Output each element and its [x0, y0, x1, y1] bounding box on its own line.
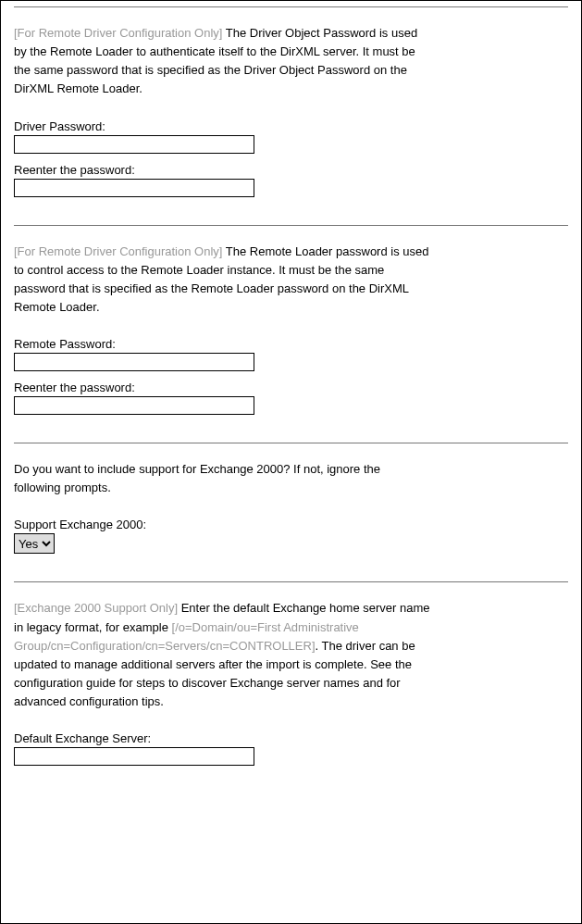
- section-exchange-server: [Exchange 2000 Support Only] Enter the d…: [14, 582, 568, 766]
- exchange-support-label: Support Exchange 2000:: [14, 518, 568, 531]
- exchange-server-description: [Exchange 2000 Support Only] Enter the d…: [14, 599, 430, 711]
- page-container: [For Remote Driver Configuration Only] T…: [0, 0, 582, 924]
- remote-password-reenter-label: Reenter the password:: [14, 381, 568, 394]
- exchange-support-note: [Exchange 2000 Support Only]: [14, 601, 178, 615]
- driver-password-description: [For Remote Driver Configuration Only] T…: [14, 24, 430, 99]
- remote-config-note: [For Remote Driver Configuration Only]: [14, 244, 222, 258]
- section-remote-password: [For Remote Driver Configuration Only] T…: [14, 226, 568, 443]
- driver-password-label: Driver Password:: [14, 119, 568, 133]
- remote-password-reenter-input[interactable]: [14, 396, 254, 415]
- exchange-support-select[interactable]: Yes No: [14, 533, 55, 554]
- remote-password-reenter-group: Reenter the password:: [14, 381, 568, 415]
- driver-password-reenter-group: Reenter the password:: [14, 163, 568, 197]
- section-driver-password: [For Remote Driver Configuration Only] T…: [14, 7, 568, 225]
- section-exchange-support: Do you want to include support for Excha…: [14, 443, 568, 581]
- exchange-server-label: Default Exchange Server:: [14, 731, 568, 745]
- exchange-support-description: Do you want to include support for Excha…: [14, 460, 430, 497]
- exchange-server-input[interactable]: [14, 747, 254, 766]
- remote-password-field-group: Remote Password:: [14, 337, 568, 371]
- driver-password-reenter-input[interactable]: [14, 179, 254, 197]
- driver-password-reenter-label: Reenter the password:: [14, 163, 568, 177]
- exchange-server-field-group: Default Exchange Server:: [14, 731, 568, 766]
- remote-password-description: [For Remote Driver Configuration Only] T…: [14, 243, 430, 318]
- exchange-support-field-group: Support Exchange 2000: Yes No: [14, 518, 568, 554]
- remote-password-label: Remote Password:: [14, 337, 568, 351]
- driver-password-input[interactable]: [14, 135, 254, 154]
- remote-password-input[interactable]: [14, 353, 254, 371]
- remote-config-note: [For Remote Driver Configuration Only]: [14, 26, 222, 40]
- driver-password-field-group: Driver Password:: [14, 119, 568, 154]
